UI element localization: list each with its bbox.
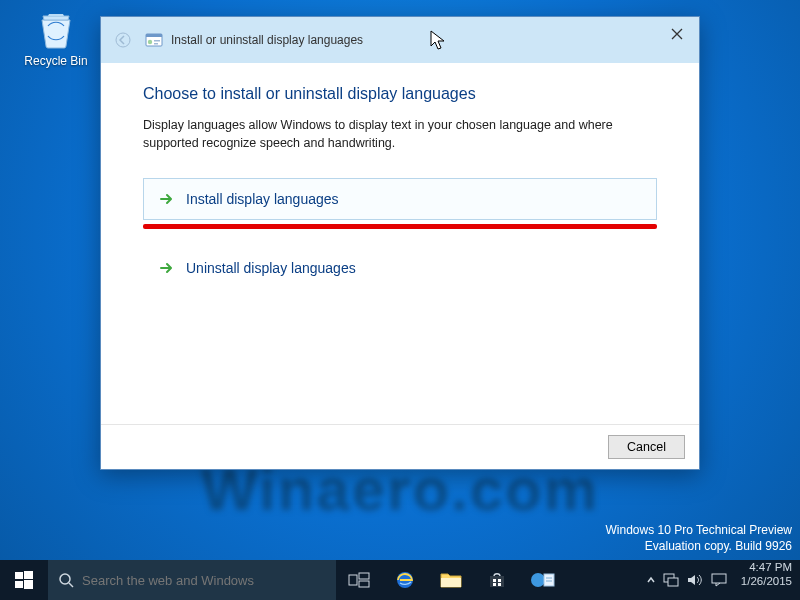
- page-description: Display languages allow Windows to displ…: [143, 117, 657, 152]
- svg-rect-6: [15, 572, 23, 579]
- recycle-bin-icon: [34, 6, 78, 50]
- language-wizard-window: Install or uninstall display languages C…: [100, 16, 700, 470]
- svg-point-22: [531, 573, 545, 587]
- annotation-underline: [143, 224, 657, 229]
- recycle-bin-label: Recycle Bin: [20, 54, 92, 68]
- titlebar[interactable]: Install or uninstall display languages: [101, 17, 699, 63]
- wizard-body: Choose to install or uninstall display l…: [101, 63, 699, 424]
- svg-rect-13: [359, 573, 369, 579]
- start-button[interactable]: [0, 560, 48, 600]
- svg-rect-23: [544, 574, 554, 586]
- cancel-button[interactable]: Cancel: [608, 435, 685, 459]
- recycle-bin[interactable]: Recycle Bin: [20, 6, 92, 68]
- svg-rect-2: [146, 34, 162, 37]
- ie-icon: [394, 569, 416, 591]
- svg-rect-8: [15, 581, 23, 588]
- clock-date: 1/26/2015: [741, 574, 792, 588]
- svg-rect-19: [498, 579, 501, 582]
- system-tray[interactable]: [641, 560, 733, 600]
- running-app-icon: [529, 569, 557, 591]
- taskbar-spacer: [566, 560, 641, 600]
- task-view-button[interactable]: [336, 560, 382, 600]
- clock-time: 4:47 PM: [741, 560, 792, 574]
- svg-rect-9: [24, 580, 33, 589]
- svg-rect-20: [493, 583, 496, 586]
- build-watermark-line1: Windows 10 Pro Technical Preview: [605, 522, 792, 538]
- option-uninstall-label: Uninstall display languages: [186, 260, 356, 276]
- action-center-icon[interactable]: [711, 573, 727, 587]
- build-watermark: Windows 10 Pro Technical Preview Evaluat…: [605, 522, 792, 554]
- arrow-right-icon: [158, 191, 174, 207]
- wizard-app-icon: [145, 31, 163, 49]
- folder-icon: [440, 571, 462, 589]
- svg-rect-5: [154, 43, 158, 45]
- search-input[interactable]: [82, 573, 326, 588]
- arrow-right-icon: [158, 260, 174, 276]
- svg-point-3: [148, 40, 152, 44]
- taskbar: 4:47 PM 1/26/2015: [0, 560, 800, 600]
- taskbar-running-app[interactable]: [520, 560, 566, 600]
- svg-rect-7: [24, 571, 33, 579]
- svg-line-11: [69, 583, 73, 587]
- taskbar-file-explorer[interactable]: [428, 560, 474, 600]
- svg-rect-18: [493, 579, 496, 582]
- windows-logo-icon: [15, 571, 33, 589]
- svg-rect-16: [441, 578, 461, 587]
- option-install[interactable]: Install display languages: [143, 178, 657, 220]
- taskbar-clock[interactable]: 4:47 PM 1/26/2015: [733, 560, 800, 600]
- close-button[interactable]: [659, 21, 695, 47]
- svg-rect-28: [712, 574, 726, 583]
- tray-overflow-icon[interactable]: [647, 573, 655, 587]
- volume-icon[interactable]: [687, 573, 703, 587]
- svg-point-0: [116, 33, 130, 47]
- svg-rect-14: [359, 581, 369, 587]
- desktop: Winaero.com Windows 10 Pro Technical Pre…: [0, 0, 800, 560]
- svg-rect-21: [498, 583, 501, 586]
- option-uninstall[interactable]: Uninstall display languages: [143, 247, 657, 289]
- taskbar-search[interactable]: [48, 560, 336, 600]
- svg-rect-27: [668, 578, 678, 586]
- window-title: Install or uninstall display languages: [171, 33, 363, 47]
- network-icon[interactable]: [663, 573, 679, 587]
- build-watermark-line2: Evaluation copy. Build 9926: [605, 538, 792, 554]
- option-install-label: Install display languages: [186, 191, 339, 207]
- svg-rect-17: [490, 576, 504, 587]
- svg-rect-12: [349, 575, 357, 585]
- back-button[interactable]: [113, 30, 133, 50]
- taskbar-store[interactable]: [474, 560, 520, 600]
- page-heading: Choose to install or uninstall display l…: [143, 85, 657, 103]
- svg-rect-4: [154, 40, 160, 42]
- taskbar-ie[interactable]: [382, 560, 428, 600]
- search-icon: [58, 572, 74, 588]
- svg-point-10: [60, 574, 70, 584]
- task-view-icon: [348, 572, 370, 588]
- wizard-footer: Cancel: [101, 424, 699, 469]
- store-icon: [488, 571, 506, 589]
